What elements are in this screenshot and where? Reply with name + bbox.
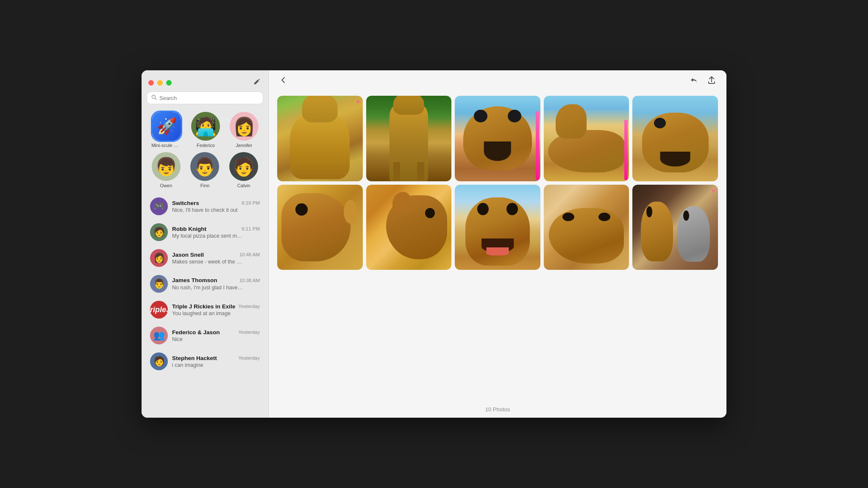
- back-button[interactable]: [277, 74, 289, 88]
- pinned-contact-jennifer[interactable]: 👩 Jennifer: [230, 112, 259, 148]
- conv-info-stephen-hackett: Stephen Hackett Yesterday i can imagine: [172, 355, 260, 368]
- svg-line-2: [155, 98, 157, 100]
- search-bar: [147, 92, 263, 104]
- reply-button[interactable]: [687, 74, 700, 89]
- conv-name-james-thomson: James Thomson: [172, 277, 217, 283]
- conversation-item-robb-knight[interactable]: 🧑 Robb Knight 6:11 PM My local pizza pla…: [144, 219, 266, 245]
- pinned-contact-owen[interactable]: 👦 Owen: [152, 152, 181, 188]
- svg-rect-0: [254, 83, 256, 84]
- conv-info-switchers: Switchers 6:16 PM Nice, I'll have to che…: [172, 200, 260, 213]
- photo-8[interactable]: [455, 185, 540, 270]
- conv-name-triple-j: Triple J Rickies in Exile: [172, 303, 235, 310]
- conversation-list: 🎮 Switchers 6:16 PM Nice, I'll have to c…: [142, 193, 268, 418]
- avatar-jason-snell: 👩: [150, 249, 168, 267]
- conv-msg-james-thomson: No rush, I'm just glad I have agreement …: [172, 284, 244, 291]
- photo-grid: ♥: [269, 92, 726, 401]
- avatar-fed-jason: 👥: [150, 327, 168, 344]
- maximize-button[interactable]: [166, 80, 172, 86]
- avatar-stephen-hackett: 🧑: [150, 352, 168, 370]
- federico-avatar: 🧑‍💻: [195, 116, 217, 137]
- conversation-item-james-thomson[interactable]: 👨 James Thomson 10:38 AM No rush, I'm ju…: [144, 271, 266, 297]
- pinned-contacts-row1: 🚀 Mini-scule Men 🧑‍💻 Federico 👩 Jennifer: [142, 109, 268, 152]
- photo-4[interactable]: [544, 96, 629, 181]
- photo-count: 10 Photos: [269, 401, 726, 418]
- conversation-item-stephen-hackett[interactable]: 🧑 Stephen Hackett Yesterday i can imagin…: [144, 349, 266, 374]
- conversation-item-triple-j[interactable]: tripleJ Triple J Rickies in Exile Yester…: [144, 297, 266, 322]
- close-button[interactable]: [148, 80, 154, 86]
- photo-7[interactable]: [366, 185, 452, 270]
- pinned-label-calvin: Calvin: [237, 183, 250, 188]
- conv-msg-stephen-hackett: i can imagine: [172, 362, 244, 368]
- conv-info-robb-knight: Robb Knight 6:11 PM My local pizza place…: [172, 226, 260, 239]
- search-icon: [151, 94, 157, 101]
- conversation-item-jason-snell[interactable]: 👩 Jason Snell 10:46 AM Makes sense - wee…: [144, 245, 266, 271]
- conversation-item-switchers[interactable]: 🎮 Switchers 6:16 PM Nice, I'll have to c…: [144, 194, 266, 219]
- conv-msg-robb-knight: My local pizza place sent me this for a …: [172, 233, 244, 239]
- conv-time-switchers: 6:16 PM: [242, 200, 260, 205]
- titlebar: [142, 70, 268, 92]
- pinned-contacts-row2: 👦 Owen 👨 Finn 🧑 Calvin: [142, 152, 268, 193]
- heart-badge-10: ♥: [712, 187, 716, 195]
- pinned-label-jennifer: Jennifer: [236, 143, 252, 148]
- conv-name-stephen-hackett: Stephen Hackett: [172, 355, 217, 361]
- conv-info-fed-jason: Federico & Jason Yesterday Nice: [172, 329, 260, 342]
- traffic-lights: [148, 80, 172, 86]
- avatar-james-thomson: 👨: [150, 275, 168, 293]
- compose-button[interactable]: [252, 77, 262, 89]
- avatar-switchers: 🎮: [150, 197, 168, 215]
- avatar-triple-j: tripleJ: [150, 301, 168, 319]
- toolbar-left: [277, 74, 289, 88]
- conv-info-jason-snell: Jason Snell 10:46 AM Makes sense - week …: [172, 252, 260, 265]
- main-toolbar: [269, 70, 726, 92]
- conv-time-stephen-hackett: Yesterday: [238, 355, 260, 360]
- calvin-avatar: 🧑: [233, 156, 255, 177]
- conv-msg-triple-j: You laughed at an image: [172, 311, 244, 316]
- toolbar-right: [687, 74, 718, 89]
- conv-name-fed-jason: Federico & Jason: [172, 329, 220, 336]
- finn-avatar: 👨: [194, 156, 216, 177]
- photo-6[interactable]: [277, 185, 363, 270]
- conv-msg-jason-snell: Makes sense - week of the 25th seems lik…: [172, 259, 244, 265]
- photo-5[interactable]: [632, 96, 718, 181]
- photo-10[interactable]: ♥: [632, 185, 718, 270]
- jennifer-avatar: 👩: [233, 116, 255, 137]
- heart-badge-1: ♥: [356, 98, 360, 106]
- pinned-label-federico: Federico: [197, 143, 215, 148]
- conv-name-jason-snell: Jason Snell: [172, 252, 204, 258]
- conv-name-robb-knight: Robb Knight: [172, 226, 206, 232]
- pinned-contact-finn[interactable]: 👨 Finn: [190, 152, 219, 188]
- pinned-contact-federico[interactable]: 🧑‍💻 Federico: [191, 112, 220, 148]
- conversation-item-fed-jason[interactable]: 👥 Federico & Jason Yesterday Nice: [144, 323, 266, 348]
- conv-time-jason-snell: 10:46 AM: [239, 252, 260, 257]
- avatar-robb-knight: 🧑: [150, 223, 168, 241]
- minimize-button[interactable]: [157, 80, 163, 86]
- conv-info-triple-j: Triple J Rickies in Exile Yesterday You …: [172, 303, 260, 316]
- mini-scule-men-icon: 🚀: [157, 117, 177, 136]
- conv-info-james-thomson: James Thomson 10:38 AM No rush, I'm just…: [172, 277, 260, 291]
- app-window: 🚀 Mini-scule Men 🧑‍💻 Federico 👩 Jennifer: [142, 70, 726, 418]
- conv-msg-fed-jason: Nice: [172, 336, 244, 342]
- photo-1[interactable]: ♥: [277, 96, 363, 181]
- conv-msg-switchers: Nice, I'll have to check it out: [172, 207, 244, 213]
- photo-9[interactable]: [544, 185, 629, 270]
- conv-name-switchers: Switchers: [172, 200, 199, 206]
- pinned-contact-calvin[interactable]: 🧑 Calvin: [229, 152, 258, 188]
- owen-avatar: 👦: [155, 156, 177, 177]
- conv-time-james-thomson: 10:38 AM: [239, 278, 260, 283]
- photo-2[interactable]: [366, 96, 452, 181]
- pinned-label-owen: Owen: [160, 183, 172, 188]
- photo-3[interactable]: [455, 96, 540, 181]
- conv-time-fed-jason: Yesterday: [238, 330, 260, 335]
- conv-time-robb-knight: 6:11 PM: [242, 226, 260, 231]
- pinned-label-finn: Finn: [200, 183, 209, 188]
- pinned-contact-mini-scule-men[interactable]: 🚀 Mini-scule Men: [151, 112, 182, 148]
- pinned-label-mini-scule-men: Mini-scule Men: [151, 143, 182, 148]
- share-button[interactable]: [705, 74, 718, 89]
- conv-time-triple-j: Yesterday: [238, 304, 260, 309]
- search-input[interactable]: [159, 95, 259, 101]
- main-content: ♥: [269, 70, 726, 418]
- sidebar: 🚀 Mini-scule Men 🧑‍💻 Federico 👩 Jennifer: [142, 70, 269, 418]
